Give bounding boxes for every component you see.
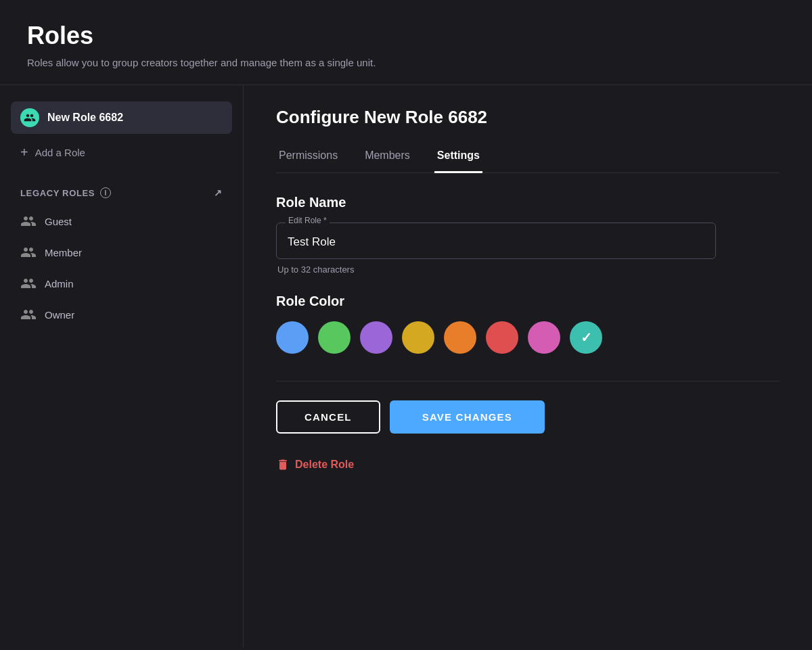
member-role-icon (20, 244, 37, 260)
add-role-button[interactable]: + Add a Role (11, 139, 232, 166)
legacy-role-admin[interactable]: Admin (11, 269, 232, 298)
page-subtitle: Roles allow you to group creators togeth… (27, 57, 785, 68)
guest-role-icon (20, 213, 37, 229)
tab-settings[interactable]: Settings (434, 144, 482, 173)
save-changes-button[interactable]: SAVE CHANGES (390, 400, 545, 434)
role-color-title: Role Color (276, 294, 780, 309)
trash-icon (276, 458, 290, 471)
active-role-item[interactable]: New Role 6682 (11, 101, 232, 134)
color-swatch-red[interactable] (486, 321, 518, 354)
member-label: Member (45, 247, 82, 258)
edit-role-label: Edit Role * (286, 216, 330, 225)
cancel-button[interactable]: CANCEL (276, 400, 380, 434)
selected-checkmark: ✓ (581, 329, 592, 346)
color-swatch-teal[interactable]: ✓ (570, 321, 602, 354)
section-divider (276, 381, 780, 381)
color-swatches: ✓ (276, 321, 780, 354)
color-swatch-purple[interactable] (360, 321, 392, 354)
admin-label: Admin (45, 278, 74, 289)
legacy-roles-header: Legacy Roles i ↗ (11, 185, 232, 206)
active-role-icon (20, 108, 39, 127)
tab-members[interactable]: Members (362, 144, 413, 173)
add-role-label: Add a Role (35, 147, 85, 158)
legacy-role-guest[interactable]: Guest (11, 206, 232, 236)
role-name-input[interactable] (276, 223, 716, 259)
role-name-input-wrapper: Edit Role * (276, 223, 780, 259)
tabs-nav: Permissions Members Settings (276, 144, 780, 173)
legacy-roles-list: Guest Member Admin Owner (11, 206, 232, 329)
page-header: Roles Roles allow you to group creators … (0, 0, 812, 85)
role-name-title: Role Name (276, 195, 780, 210)
external-link-icon[interactable]: ↗ (214, 187, 223, 198)
configure-title: Configure New Role 6682 (276, 107, 780, 128)
page-title: Roles (27, 22, 785, 50)
owner-role-icon (20, 306, 37, 323)
role-name-section: Role Name Edit Role * Up to 32 character… (276, 195, 780, 275)
legacy-role-owner[interactable]: Owner (11, 300, 232, 329)
color-swatch-yellow[interactable] (402, 321, 434, 354)
active-role-label: New Role 6682 (47, 112, 123, 124)
action-buttons: CANCEL SAVE CHANGES (276, 400, 780, 434)
role-color-section: Role Color ✓ (276, 294, 780, 354)
owner-label: Owner (45, 309, 74, 321)
color-swatch-green[interactable] (318, 321, 351, 354)
legacy-roles-label: Legacy Roles (20, 188, 95, 198)
main-layout: New Role 6682 + Add a Role Legacy Roles … (0, 85, 812, 647)
tab-permissions[interactable]: Permissions (276, 144, 340, 173)
content-area: Configure New Role 6682 Permissions Memb… (244, 85, 812, 647)
input-hint: Up to 32 characters (276, 264, 780, 275)
delete-role-label: Delete Role (295, 459, 354, 471)
admin-role-icon (20, 275, 37, 292)
info-icon[interactable]: i (100, 187, 111, 198)
legacy-role-member[interactable]: Member (11, 237, 232, 267)
delete-role-button[interactable]: Delete Role (276, 455, 354, 474)
role-icon-svg (24, 112, 36, 124)
guest-label: Guest (45, 216, 72, 227)
add-role-plus-icon: + (20, 145, 28, 160)
color-swatch-orange[interactable] (444, 321, 476, 354)
sidebar: New Role 6682 + Add a Role Legacy Roles … (0, 85, 244, 647)
color-swatch-blue[interactable] (276, 321, 309, 354)
color-swatch-pink[interactable] (528, 321, 560, 354)
